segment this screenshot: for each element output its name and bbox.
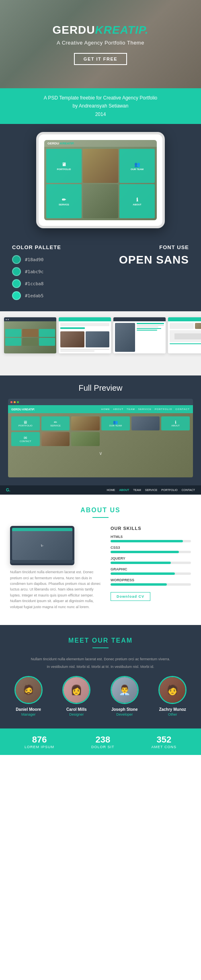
preview-logo: GERDU KREATIP. xyxy=(11,408,35,411)
skill-jquery-label: JQUERY xyxy=(111,556,191,560)
skill-jquery-fill xyxy=(111,562,171,564)
info-bar: A PSD Template freebie for Creative Agen… xyxy=(0,88,201,124)
team-title: MEET OUR TEAM xyxy=(6,637,195,644)
page-thumb-1 xyxy=(4,317,56,353)
laptop-screen-bar xyxy=(12,528,72,531)
about-section: ABOUT US ⛷ Nullam tincidunt nulla elemen… xyxy=(0,495,201,625)
svg-marker-0 xyxy=(0,359,201,375)
fact-num-2: 238 xyxy=(91,734,115,745)
monitor-icon: 🖥 xyxy=(62,162,66,167)
fact-2: 238 DOLOR SIT xyxy=(91,734,115,749)
color-row-1: #18ad90 xyxy=(12,255,61,264)
pca-cell-img2 xyxy=(131,416,160,430)
skill-html5-fill xyxy=(111,540,183,542)
preview-nav: GERDU KREATIP. HOME ABOUT TEAM SERVICE P… xyxy=(8,405,193,413)
tablet-cell-team: 👥 OUR TEAM xyxy=(119,149,155,183)
color-swatch-4 xyxy=(12,291,21,300)
pca-cell-team: 👥 OUR TEAM xyxy=(101,416,130,430)
team-member-3: 👨‍💼 Joseph Stone Developer xyxy=(102,676,147,716)
tablet-nav: GERDU KREATIP. xyxy=(44,140,157,147)
tablet-frame: GERDU KREATIP. 🖥 PORTFOLIO 👥 OUR TEAM ✏ … xyxy=(36,132,165,228)
info-line2: by Andreansyah Setiawan xyxy=(8,102,193,110)
logo-kreatip: KREATIP. xyxy=(95,24,149,37)
skill-css3-label: CSS3 xyxy=(111,546,191,550)
info-line3: 2014 xyxy=(8,110,193,118)
skills-title: OUR SKILLS xyxy=(111,526,191,531)
color-label-4: #1edab5 xyxy=(25,293,43,298)
about-left: ⛷ Nullam tincidunt nulla elementum lacer… xyxy=(10,526,105,613)
tablet-screen: GERDU KREATIP. 🖥 PORTFOLIO 👥 OUR TEAM ✏ … xyxy=(44,140,157,220)
team-section: MEET OUR TEAM Nullam tincidunt nulla ele… xyxy=(0,625,201,728)
info-line1: A PSD Template freebie for Creative Agen… xyxy=(8,94,193,102)
skill-html5: HTML5 xyxy=(111,535,191,542)
nav-about: ABOUT xyxy=(119,489,129,491)
nav-team: TEAM xyxy=(133,489,141,491)
pencil-icon: ✏ xyxy=(62,197,66,203)
laptop-display: ⛷ xyxy=(10,526,74,565)
pages-strip xyxy=(0,311,201,359)
palette-title: COLOR PALLETE xyxy=(12,244,61,250)
skill-css3-fill xyxy=(111,551,179,553)
skill-css3: CSS3 xyxy=(111,546,191,553)
laptop-screen-content: ⛷ xyxy=(12,531,72,560)
team-desc-2: In vestibulum nisl. Morbi id. Morbi at M… xyxy=(6,664,195,670)
color-label-2: #1abc9c xyxy=(25,269,43,274)
nav-service: SERVICE xyxy=(145,489,158,491)
hero-content: GERDU KREATIP. A Creative Agency Portfol… xyxy=(52,24,148,65)
member-name-4: Zachry Munoz xyxy=(150,707,195,712)
tablet-logo: GERDU KREATIP. xyxy=(47,142,74,145)
nav-contact: CONTACT xyxy=(182,489,195,491)
scroll-indicator: ∨ xyxy=(8,449,193,459)
member-avatar-1: 🧔 xyxy=(14,676,43,704)
color-row-2: #1abc9c xyxy=(12,267,61,276)
logo: GERDU KREATIP. xyxy=(52,24,148,37)
palette-right: FONT USE OPEN SANS xyxy=(119,244,189,266)
color-label-1: #18ad90 xyxy=(25,257,43,262)
pca-cell-img3 xyxy=(41,432,70,446)
get-it-free-button[interactable]: GET IT FREE xyxy=(74,53,127,65)
logo-gerdu: GERDU xyxy=(52,24,95,37)
nav-logo: G. xyxy=(6,488,10,492)
skill-graphic: GRAPHIC xyxy=(111,567,191,575)
skill-wordpress: WORDPRESS xyxy=(111,578,191,586)
hero-section: GERDU KREATIP. A Creative Agency Portfol… xyxy=(0,0,201,88)
tablet-cell-portfolio: 🖥 PORTFOLIO xyxy=(46,149,82,183)
skill-css3-bar xyxy=(111,551,191,553)
pca-cell-portfolio: 🖥 PORTFOLIO xyxy=(11,416,40,430)
tablet-cell-about: ℹ ABOUT xyxy=(119,184,155,218)
nav-portfolio: PORTFOLIO xyxy=(161,489,177,491)
color-swatch-1 xyxy=(12,255,21,264)
skill-wordpress-bar xyxy=(111,583,191,586)
font-name: OPEN SANS xyxy=(119,254,189,266)
avatar-placeholder-4: 🧑 xyxy=(160,677,185,703)
skill-wordpress-label: WORDPRESS xyxy=(111,578,191,582)
skill-wordpress-fill xyxy=(111,583,167,586)
member-avatar-3: 👨‍💼 xyxy=(111,676,139,704)
member-role-4: Other xyxy=(150,712,195,716)
laptop-screen: ⛷ xyxy=(12,528,72,560)
team-member-4: 🧑 Zachry Munoz Other xyxy=(150,676,195,716)
skill-graphic-label: GRAPHIC xyxy=(111,567,191,571)
nav-home: HOME xyxy=(107,489,115,491)
pca-cell-service: ✏ SERVICE xyxy=(41,416,70,430)
avatar-placeholder-2: 👩 xyxy=(64,677,89,703)
laptop-frame: ⛷ xyxy=(10,526,74,565)
page-thumb-4 xyxy=(168,317,201,353)
download-cv-button[interactable]: Download CV xyxy=(111,592,150,601)
avatar-placeholder-1: 🧔 xyxy=(16,677,41,703)
team-member-2: 👩 Carol Mills Designer xyxy=(54,676,99,716)
team-grid: 🧔 Daniel Moore Manager 👩 Carol Mills Des… xyxy=(6,676,195,716)
fact-label-1: LOREM IPSUM xyxy=(25,745,54,749)
nav-links: HOME ABOUT TEAM SERVICE PORTFOLIO CONTAC… xyxy=(107,489,195,491)
member-name-1: Daniel Moore xyxy=(6,707,51,712)
team-member-1: 🧔 Daniel Moore Manager xyxy=(6,676,51,716)
team-icon: 👥 xyxy=(134,162,140,167)
pca-cell-img1 xyxy=(71,416,100,430)
skill-jquery: JQUERY xyxy=(111,556,191,564)
skill-html5-bar xyxy=(111,540,191,542)
facts-bar: 876 LOREM IPSUM 238 DOLOR SIT 352 AMET C… xyxy=(0,728,201,755)
skill-html5-label: HTML5 xyxy=(111,535,191,539)
color-row-3: #1ccba8 xyxy=(12,279,61,288)
about-text: Nullam tincidunt nulla elementum lacerat… xyxy=(10,569,105,610)
fact-3: 352 AMET CONS xyxy=(152,734,176,749)
